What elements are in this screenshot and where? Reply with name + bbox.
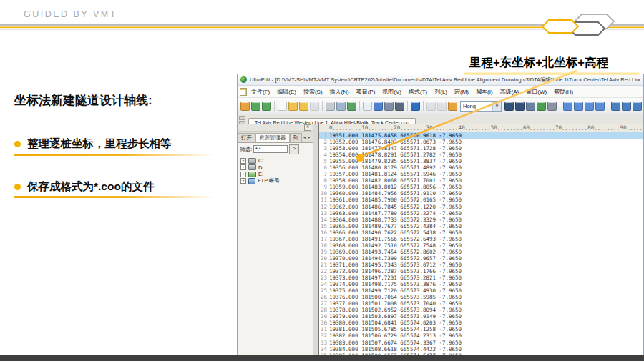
menu-item[interactable]: 列(L) [431, 88, 450, 96]
export-excel-icon[interactable] [347, 102, 356, 111]
lowercase-icon[interactable] [585, 102, 594, 111]
code-line[interactable]: 2519375.000 181499.7120 665573.4930 -7.9… [319, 287, 643, 294]
code-line[interactable]: 1219362.000 181486.7845 665572.1220 -7.9… [319, 204, 643, 210]
code-line[interactable]: 1519365.000 181489.7677 665572.4384 -7.9… [319, 223, 643, 229]
code-line[interactable]: 1319363.000 181487.7789 665572.2274 -7.9… [319, 210, 643, 217]
code-line[interactable]: 619356.000 181480.8179 665571.4892 -7.96… [319, 164, 643, 171]
code-line[interactable]: 2319373.000 181497.7231 665573.2821 -7.9… [319, 275, 643, 281]
open-folder-icon[interactable] [288, 102, 298, 111]
tree-node[interactable]: +E: [240, 171, 313, 178]
expand-icon[interactable]: + [240, 178, 246, 184]
code-line[interactable]: 3419384.000 181508.6618 665574.4422 -7.9… [319, 346, 643, 352]
menu-item[interactable]: 项目(P) [353, 88, 379, 96]
code-line[interactable]: 919359.000 181483.8012 665571.8056 -7.96… [319, 184, 643, 190]
menu-item[interactable]: 搜索(S) [301, 88, 326, 96]
code-line[interactable]: 2419374.000 181498.7175 665573.3876 -7.9… [319, 281, 643, 287]
tab-open-files[interactable]: 打开 [238, 133, 255, 142]
find-in-files-icon[interactable] [515, 102, 525, 111]
html-page-icon[interactable] [363, 102, 372, 111]
menu-item[interactable]: 脚本(I) [473, 88, 496, 96]
code-line[interactable]: 3019380.000 181504.6841 665574.0203 -7.9… [319, 320, 643, 326]
back-icon[interactable] [251, 102, 260, 111]
code-line[interactable]: 2819378.000 181502.6952 665573.8094 -7.9… [319, 307, 643, 313]
expand-icon[interactable]: + [240, 172, 246, 177]
menu-item[interactable]: 编辑(E) [274, 88, 299, 96]
code-line[interactable]: 2219372.000 181496.7287 665573.1766 -7.9… [319, 268, 643, 275]
print-file-icon[interactable] [547, 102, 557, 111]
menu-item[interactable]: 宏(M) [452, 88, 472, 96]
cut-icon[interactable] [426, 102, 436, 111]
filter-input[interactable] [253, 145, 288, 153]
code-line[interactable]: 719357.000 181481.8124 665571.5946 -7.96… [319, 171, 643, 177]
code-line[interactable]: 3519385.000 181509.6562 665574.5477 -7.9… [319, 352, 643, 355]
sort-icon[interactable] [563, 102, 572, 111]
tile-horizontal-icon[interactable] [611, 102, 620, 111]
code-line[interactable]: 1719367.000 181491.7566 665572.6493 -7.9… [319, 236, 643, 242]
print-icon[interactable] [326, 102, 335, 111]
tab-lists[interactable]: 列 [290, 133, 303, 142]
line-number: 13 [319, 210, 329, 217]
hex-mode-icon[interactable] [395, 102, 404, 111]
code-line[interactable]: 819358.000 181482.8068 665571.7001 -7.96… [319, 177, 643, 184]
editor-area[interactable]: 0,,,,,,,,,10,,,,,,,,20,,,,,,,,30,,,,,,,,… [318, 124, 643, 355]
close-icon[interactable]: ✕ [304, 124, 311, 131]
expand-icon[interactable]: + [240, 158, 246, 164]
code-line[interactable]: 319353.000 181477.8347 665571.1728 -7.96… [319, 145, 643, 152]
code-line[interactable]: 3319383.000 181507.6674 665574.3367 -7.9… [319, 340, 643, 346]
print-preview-icon[interactable] [336, 102, 346, 111]
line-number: 25 [319, 287, 329, 294]
wizard-icon[interactable] [240, 102, 250, 111]
chevron-down-icon[interactable]: ▼ [492, 102, 501, 111]
code-line[interactable]: 1919369.000 181493.7454 665572.8602 -7.9… [319, 249, 643, 255]
quick-open-icon[interactable] [299, 102, 308, 111]
menu-item[interactable]: 文件(F) [248, 88, 273, 96]
save-icon[interactable] [310, 102, 319, 111]
column-mode-icon[interactable] [384, 102, 394, 111]
replace-icon[interactable] [526, 102, 535, 111]
expand-icon[interactable]: + [240, 164, 246, 170]
code-line[interactable]: 2619376.000 181500.7064 665573.5985 -7.9… [319, 294, 643, 300]
menu-item[interactable]: 插入(N) [327, 88, 352, 96]
tree-node[interactable]: +D: [240, 164, 313, 172]
code-line[interactable]: 1019360.000 181484.7956 665571.9110 -7.9… [319, 190, 643, 197]
code-line[interactable]: 1619366.000 181490.7622 665572.5438 -7.9… [319, 229, 643, 236]
tile-vertical-icon[interactable] [622, 102, 631, 111]
compare-files-icon[interactable] [374, 102, 383, 111]
window-titlebar[interactable]: UltraEdit - [D:\VMT-SH\VMT-VMT System\CR… [238, 74, 643, 86]
code-line[interactable]: 119351.000 181475.8458 665570.9618 -7.96… [319, 132, 643, 139]
code-line[interactable]: 3119381.000 181505.6785 665574.1258 -7.9… [319, 326, 643, 332]
code-line[interactable]: 1119361.000 181485.7900 665572.0165 -7.9… [319, 197, 643, 203]
find-icon[interactable] [504, 102, 514, 111]
code-line[interactable]: 219352.000 181476.8402 665571.0673 -7.96… [319, 139, 643, 145]
uppercase-icon[interactable] [574, 102, 583, 111]
forward-icon[interactable] [262, 102, 271, 111]
code-line[interactable]: 2119371.000 181495.7343 665573.0712 -7.9… [319, 262, 643, 268]
code-line[interactable]: 519355.000 181479.8235 665571.3837 -7.96… [319, 158, 643, 164]
browser-view-icon[interactable] [411, 102, 420, 111]
code-line[interactable]: 1419364.000 181488.7733 665572.3329 -7.9… [319, 217, 643, 223]
code-line[interactable]: 3219382.000 181506.6729 665574.2313 -7.9… [319, 332, 643, 339]
code-line[interactable]: 2719377.000 181501.7008 665573.7040 -7.9… [319, 300, 643, 307]
paste-icon[interactable] [448, 102, 457, 111]
code-line[interactable]: 419354.000 181478.8291 665571.2782 -7.96… [319, 152, 643, 158]
code-line[interactable]: 2019370.000 181494.7399 665572.9657 -7.9… [319, 255, 643, 262]
tree-node[interactable]: +C: [240, 157, 313, 164]
copy-icon[interactable] [437, 102, 447, 111]
tab-scroll-arrows-icon[interactable]: ◄ ► [302, 135, 311, 139]
new-file-icon[interactable] [278, 102, 287, 111]
filter-go-button[interactable]: > [289, 144, 299, 154]
cascade-icon[interactable] [633, 102, 642, 111]
code-line[interactable]: 1819368.000 181492.7510 665572.7548 -7.9… [319, 242, 643, 249]
menu-item[interactable]: 高级(A) [497, 88, 522, 96]
font-select[interactable]: Hong ▼ [460, 101, 502, 112]
menu-item[interactable]: 格式(T) [406, 88, 430, 96]
document-icon[interactable] [240, 88, 247, 96]
menu-item[interactable]: 窗口(W) [523, 88, 550, 96]
menu-item[interactable]: 视图(V) [379, 88, 404, 96]
tree-node[interactable]: +FTP 帐号 [240, 178, 313, 185]
code-line[interactable]: 2919379.000 181503.6897 665573.9149 -7.9… [319, 313, 643, 320]
menu-item[interactable]: 帮助(H) [551, 88, 576, 96]
bookmark-icon[interactable] [537, 102, 546, 111]
tab-explorer[interactable]: 资源管理器 [255, 133, 290, 142]
capitalize-icon[interactable] [595, 102, 605, 111]
